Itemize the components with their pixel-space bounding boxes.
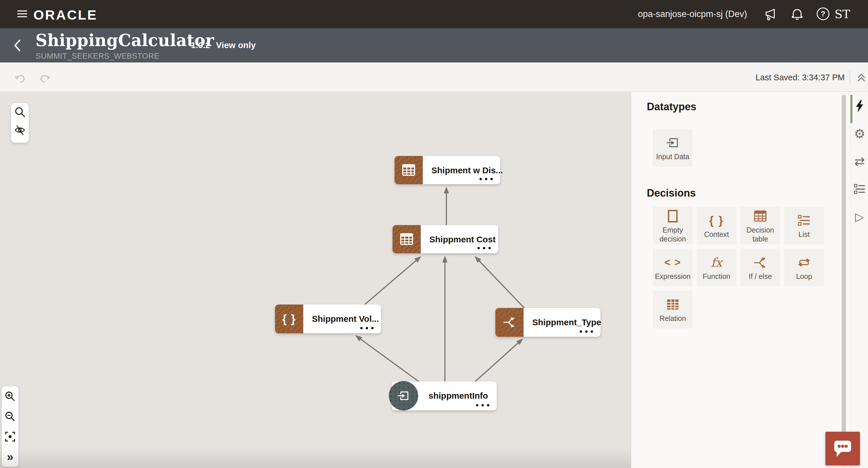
decision-table-node-icon bbox=[395, 156, 423, 184]
palette-item-label: If / else bbox=[749, 272, 772, 281]
palette-item-label: Context bbox=[704, 230, 729, 239]
palette-item-label: Relation bbox=[659, 314, 686, 323]
datatypes-heading: Datatypes bbox=[647, 101, 696, 113]
palette-item-decision-table[interactable]: Decision table bbox=[740, 207, 780, 244]
zoom-out-icon[interactable] bbox=[2, 406, 19, 427]
edge-vol-to-cost bbox=[360, 257, 420, 308]
announcements-icon[interactable] bbox=[764, 7, 778, 21]
loop-icon bbox=[798, 254, 811, 271]
palette-item-function[interactable]: fxFunction bbox=[696, 249, 736, 287]
node-label: shippmentInfo bbox=[429, 391, 488, 401]
environment-name: opa-sanjose-oicpm-sj (Dev) bbox=[638, 9, 747, 19]
view-only-badge: View only bbox=[216, 40, 256, 50]
palette-item-label: Decision table bbox=[740, 226, 780, 243]
decision-table-node-icon bbox=[393, 225, 421, 253]
collapse-toolbar-icon[interactable] bbox=[856, 72, 867, 84]
palette-panel: Datatypes Input Data Decisions Empty dec… bbox=[631, 92, 851, 468]
right-icon-strip: ⚙ ⇄ ▷ bbox=[850, 92, 868, 468]
edge-info-to-type bbox=[474, 340, 522, 383]
node-overflow-menu-icon[interactable] bbox=[477, 247, 491, 249]
palette-item-context[interactable]: { }Context bbox=[696, 207, 736, 244]
toolbar-divider bbox=[849, 70, 850, 84]
decisions-heading: Decisions bbox=[647, 187, 696, 199]
settings-gear-icon[interactable]: ⚙ bbox=[852, 125, 867, 142]
decisions-tab-bolt-icon[interactable] bbox=[852, 98, 867, 115]
diagram-canvas[interactable]: Shipment w Dis... Shippment Cost{ }Shipp… bbox=[0, 92, 631, 468]
canvas-zoom-panel: » bbox=[2, 386, 19, 467]
test-list-icon[interactable] bbox=[852, 180, 867, 198]
node-overflow-menu-icon[interactable] bbox=[580, 330, 593, 333]
run-play-icon[interactable]: ▷ bbox=[852, 208, 867, 225]
empty-decision-icon bbox=[668, 208, 678, 225]
panel-scrollbar-thumb[interactable] bbox=[842, 95, 846, 465]
oracle-logo: ORACLE bbox=[33, 7, 97, 23]
redo-icon[interactable] bbox=[39, 73, 51, 84]
palette-item-label: Expression bbox=[655, 272, 691, 281]
last-saved-status: Last Saved: 3:34:37 PM bbox=[755, 73, 845, 82]
palette-item-label: Input Data bbox=[656, 152, 689, 161]
palette-item-label: Loop bbox=[796, 272, 812, 281]
diagram-node-info[interactable]: shippmentInfo bbox=[392, 381, 497, 410]
help-icon[interactable]: ? bbox=[816, 7, 830, 21]
decision-table-icon bbox=[754, 208, 767, 225]
palette-item-if-else[interactable]: If / else bbox=[740, 249, 780, 287]
version-and-mode: 1.0.2 View only bbox=[191, 40, 256, 50]
version-label: 1.0.2 bbox=[191, 40, 210, 50]
back-button[interactable] bbox=[11, 39, 24, 53]
palette-item-relation[interactable]: Relation bbox=[653, 291, 693, 328]
application-name: SUMMIT_SEEKERS_WEBSTORE bbox=[36, 52, 159, 61]
palette-item-list[interactable]: List bbox=[784, 207, 824, 244]
if-else-node-icon bbox=[495, 308, 524, 337]
relation-icon bbox=[666, 296, 679, 313]
palette-item-label: List bbox=[799, 230, 810, 239]
decisions-grid: Empty decision{ }Context Decision table … bbox=[653, 207, 824, 328]
datatypes-grid: Input Data bbox=[653, 129, 824, 167]
palette-item-loop[interactable]: Loop bbox=[784, 249, 824, 287]
palette-item-input-data[interactable]: Input Data bbox=[653, 129, 693, 167]
palette-item-label: Function bbox=[703, 272, 730, 281]
diagram-node-type[interactable]: Shippment_Type bbox=[495, 308, 600, 337]
diagram-node-cost[interactable]: Shippment Cost bbox=[393, 225, 498, 253]
palette-item-expression[interactable]: < >Expression bbox=[653, 249, 693, 287]
node-label: Shippment Cost bbox=[429, 235, 496, 244]
canvas-search-panel bbox=[11, 103, 29, 143]
zoom-in-icon[interactable] bbox=[2, 386, 19, 406]
user-avatar[interactable]: ST bbox=[835, 7, 850, 21]
if-else-icon bbox=[754, 254, 767, 271]
input-data-icon bbox=[666, 134, 680, 151]
edge-layer bbox=[0, 92, 631, 468]
search-icon[interactable] bbox=[11, 103, 29, 121]
palette-item-empty-decision[interactable]: Empty decision bbox=[653, 207, 693, 244]
edge-info-to-vol bbox=[356, 336, 421, 383]
node-label: Shipment w Dis... bbox=[431, 166, 503, 175]
list-icon bbox=[798, 212, 811, 229]
context-node-icon: { } bbox=[275, 304, 303, 333]
edge-type-to-cost bbox=[476, 257, 528, 311]
context-icon: { } bbox=[709, 212, 724, 229]
chat-bubble-icon bbox=[831, 438, 854, 460]
node-overflow-menu-icon[interactable] bbox=[479, 178, 493, 180]
page-title: ShippingCalculator bbox=[35, 31, 214, 50]
notifications-bell-icon[interactable] bbox=[790, 7, 804, 21]
hamburger-menu-icon[interactable] bbox=[17, 10, 27, 18]
expression-icon: < > bbox=[664, 254, 681, 271]
connections-swap-icon[interactable]: ⇄ bbox=[852, 153, 867, 170]
chat-assistant-button[interactable] bbox=[826, 432, 860, 465]
app-root: ORACLE opa-sanjose-oicpm-sj (Dev) ? ST S… bbox=[0, 0, 868, 468]
expand-panel-chevrons-icon[interactable]: » bbox=[2, 447, 19, 467]
diagram-node-vol[interactable]: { }Shippment Vol... bbox=[275, 304, 381, 333]
diagram-node-dis[interactable]: Shipment w Dis... bbox=[395, 156, 500, 184]
node-overflow-menu-icon[interactable] bbox=[476, 404, 489, 406]
hide-annotations-eye-off-icon[interactable] bbox=[11, 121, 29, 139]
palette-item-label: Empty decision bbox=[653, 226, 693, 243]
zoom-fit-icon[interactable] bbox=[2, 427, 19, 447]
node-overflow-menu-icon[interactable] bbox=[360, 327, 374, 329]
top-bar: ORACLE opa-sanjose-oicpm-sj (Dev) ? ST bbox=[0, 0, 868, 28]
node-label: Shippment_Type bbox=[532, 317, 601, 327]
panel-scrollbar-track bbox=[841, 93, 846, 468]
editor-toolbar: Last Saved: 3:34:37 PM bbox=[0, 63, 868, 92]
node-label: Shippment Vol... bbox=[312, 314, 379, 324]
question-mark-icon: ? bbox=[817, 7, 829, 20]
undo-icon[interactable] bbox=[14, 73, 27, 84]
function-icon: fx bbox=[711, 254, 722, 271]
